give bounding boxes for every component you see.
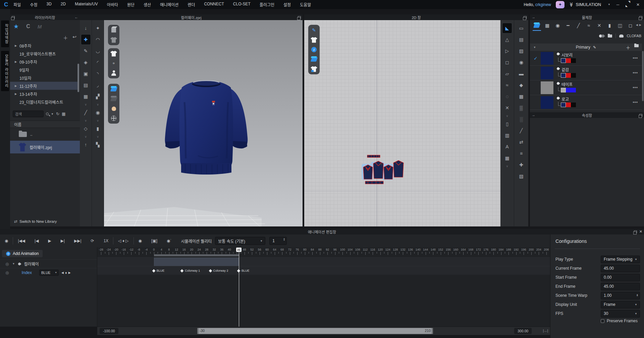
color-swatch[interactable] <box>566 73 571 78</box>
tree-item[interactable]: 10일차 <box>10 74 78 82</box>
record-pose-button[interactable]: ◉˙ <box>167 239 171 243</box>
name-column-header[interactable]: 이름 <box>10 121 80 128</box>
tool-patch-icon[interactable]: ✚ <box>516 159 526 170</box>
config-input[interactable]: 45.00 <box>601 265 640 272</box>
search-icon[interactable] <box>46 113 49 115</box>
expand-arrow-icon[interactable]: ▶ <box>15 84 19 87</box>
expand-arrow-icon[interactable]: ▶ <box>15 44 19 47</box>
collapse-left-icon[interactable]: ← <box>74 15 78 19</box>
colorway-thumbnail[interactable] <box>541 52 553 65</box>
loop-button[interactable]: ⟳ <box>91 239 94 243</box>
speed-multiplier-input[interactable]: 1 ▲▼ <box>269 237 287 245</box>
library-scrollbar[interactable] <box>77 64 79 92</box>
tree-item[interactable]: ▶08주차 <box>10 42 78 50</box>
color-swatch[interactable] <box>561 103 566 107</box>
tree-item[interactable]: 23_더블너치드칼라베스트 <box>10 98 78 106</box>
keyframe-Colorway 1[interactable]: Colorway 1 <box>181 269 200 272</box>
tab-puckering-icon[interactable]: ✕ <box>594 21 604 30</box>
menu-item-플러그인[interactable]: 플러그인 <box>260 2 274 7</box>
tool-detach-sew-icon[interactable]: ◞ <box>93 80 103 90</box>
playhead[interactable] <box>239 252 239 327</box>
next-frame-button[interactable]: ▶| <box>61 239 65 243</box>
color-swatch[interactable] <box>571 58 576 63</box>
tool-darts-icon[interactable]: ▯ <box>502 119 512 129</box>
config-select[interactable]: Frame▼ <box>601 301 640 309</box>
tool-rectangle-pattern-icon[interactable]: ◌ <box>502 91 512 102</box>
side-tab-modular-library[interactable]: 모듈러 라이브러리 <box>1 51 9 91</box>
tree-item[interactable]: ▶13-14주차 <box>10 90 78 98</box>
history-back-icon[interactable]: ↩ <box>72 34 76 41</box>
tab-topstitch-icon[interactable]: ╱ <box>574 21 583 30</box>
refresh-icon[interactable]: ↻ <box>56 112 59 116</box>
record-enable-icon[interactable]: ◎ <box>5 270 9 275</box>
keyframe-Colorway 2[interactable]: Colorway 2 <box>209 269 228 272</box>
tool-drape-garment-icon[interactable]: ◈ <box>81 57 91 68</box>
color-swatch[interactable] <box>561 88 566 92</box>
row-menu-icon[interactable]: ••• <box>633 85 638 90</box>
tool-edit-sew-icon[interactable]: ◝ <box>93 68 103 79</box>
color-swatch[interactable] <box>571 88 576 92</box>
config-spinner[interactable]: 1.00▲▼ <box>601 292 640 299</box>
tool-seam-measure-icon[interactable]: ▥ <box>502 130 512 141</box>
show-fabric-back-icon[interactable] <box>110 95 117 102</box>
search-input[interactable]: 검색 <box>13 111 44 117</box>
tool-simulate-tack-icon[interactable]: ▦ <box>81 91 91 102</box>
capture-range-button[interactable]: [▣] <box>151 239 157 243</box>
fit-range-icon[interactable]: |↔| <box>543 329 548 333</box>
tool-button-tool-icon[interactable]: ◉ <box>93 107 103 118</box>
record-animation-button[interactable]: ◉ <box>139 239 142 243</box>
colorway-row-겉감[interactable]: 겉감••• <box>530 66 642 80</box>
mode-selector[interactable]: ≫ SIMULATION ▼ <box>569 2 610 7</box>
show-avatar-icon[interactable] <box>110 70 117 76</box>
tool-shirring-icon[interactable]: ≈ <box>502 80 512 90</box>
tool-simulate-segment-icon[interactable]: ▤ <box>81 80 91 90</box>
pattern-pieces-2d[interactable] <box>358 152 412 189</box>
tool-text-tool-icon[interactable]: A <box>502 141 512 152</box>
colorway-droplets-icon[interactable] <box>599 35 604 38</box>
tool-trace-pattern-icon[interactable]: ✕ <box>502 103 512 113</box>
tab-fabric-icon[interactable] <box>532 21 542 30</box>
config-select[interactable]: Frame Stepping▼ <box>601 256 640 263</box>
tool-sew-free-2d-icon[interactable]: ▤ <box>516 34 526 45</box>
popout-icon[interactable] <box>12 16 15 19</box>
tab-etc-icon[interactable]: ◻ <box>626 21 635 30</box>
tool-avatar-walk-icon[interactable]: ✦ <box>93 23 103 33</box>
preserve-frames-checkbox[interactable] <box>601 319 604 323</box>
needle-tool-icon[interactable]: ✎ <box>311 27 317 33</box>
show-fabric-toggle-icon[interactable] <box>311 56 317 63</box>
tool-more-trace[interactable]: ∨ <box>502 114 512 118</box>
color-swatch[interactable] <box>566 58 571 63</box>
record-enable-icon[interactable]: ◎ <box>5 262 9 266</box>
tool-select-lasso-icon[interactable]: ✎ <box>81 46 91 56</box>
tool-select-move-icon[interactable]: ✚ <box>81 34 91 45</box>
lock-pattern-icon[interactable] <box>311 66 317 72</box>
menu-item-애니메이션[interactable]: 애니메이션 <box>160 2 178 7</box>
show-fabric-front-icon[interactable] <box>110 86 117 92</box>
search-options-icon[interactable]: ▼ <box>51 113 54 116</box>
go-to-start-button[interactable]: |◀◀ <box>18 239 25 243</box>
object-scrollbar[interactable] <box>642 51 644 101</box>
clo-library-icon[interactable]: C <box>26 23 30 29</box>
tool-more-texture[interactable]: ∨ <box>93 103 103 107</box>
menu-item-Materials/UV[interactable]: Materials/UV <box>75 2 98 7</box>
tool-more-fold[interactable]: ∨ <box>81 135 91 139</box>
tab-stitch-icon[interactable]: ≈ <box>584 21 594 30</box>
range-max-box[interactable]: 300.00 <box>514 328 532 334</box>
menu-item-CLO-SET[interactable]: CLO-SET <box>233 2 251 7</box>
tool-check-sew-icon[interactable]: ◉ <box>516 57 526 68</box>
close-panel-icon[interactable]: ✕ <box>639 229 642 234</box>
index-value-select[interactable]: BLUE ▼ <box>39 270 59 276</box>
add-colorway-icon[interactable]: ＋ <box>626 44 630 51</box>
tool-zipper-tool-icon[interactable]: ▮ <box>93 123 103 134</box>
record-garment-button[interactable]: ◉ <box>5 239 8 243</box>
keyframe-diamond-icon[interactable] <box>152 269 155 272</box>
popout-icon[interactable] <box>298 16 301 19</box>
tool-pin-tool-icon[interactable]: ╱ <box>81 107 91 118</box>
keyframe-diamond-icon[interactable] <box>180 269 184 272</box>
colorway-row-시보리[interactable]: ✓시보리••• <box>530 51 642 66</box>
go-to-end-button[interactable]: ▶▶| <box>74 239 82 243</box>
popout-icon[interactable] <box>634 230 637 233</box>
menu-item-CONNECT[interactable]: CONNECT <box>204 2 224 7</box>
playback-speed-button[interactable]: 1X <box>104 239 109 243</box>
menu-item-설정[interactable]: 설정 <box>283 2 291 7</box>
